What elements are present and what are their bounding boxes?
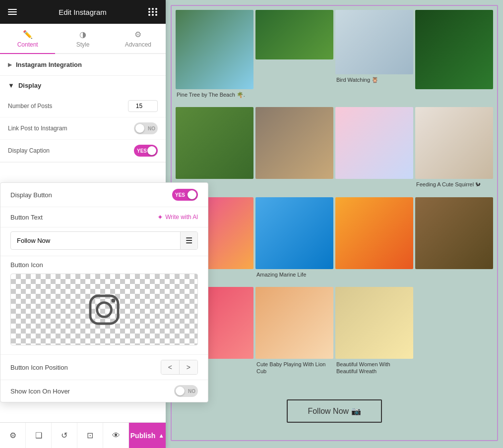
publish-label: Publish — [130, 432, 156, 440]
publish-chevron-icon: ▲ — [158, 432, 164, 439]
button-text-input-row: ☰ — [0, 227, 208, 256]
editor-title: Edit Instagram — [59, 8, 107, 16]
style-icon: ◑ — [79, 30, 86, 39]
feed-photo-dolphin — [255, 197, 333, 269]
display-caption-toggle-label: YES — [137, 148, 147, 154]
feed-grid-row3: Amazing Marine Life — [176, 197, 493, 282]
publish-button[interactable]: Publish ▲ — [129, 423, 166, 448]
hamburger-icon[interactable] — [8, 9, 17, 15]
feed-item-10[interactable]: Amazing Marine Life — [255, 197, 333, 282]
button-text-label: Button Text — [10, 214, 43, 221]
arrow-btn-group: < > — [161, 360, 198, 375]
feed-item-12[interactable] — [415, 197, 493, 282]
history-icon[interactable]: ↺ — [52, 423, 77, 448]
instagram-integration-section[interactable]: ▶ Instagram Integration — [0, 54, 166, 76]
feed-item-15[interactable]: Beautiful Women With Beautiful Wreath — [335, 287, 413, 379]
feed-photo-forest — [415, 10, 493, 89]
display-section-header[interactable]: ▼ Display — [0, 76, 166, 95]
grid-icon[interactable] — [148, 8, 158, 16]
feed-photo-blossom — [335, 107, 413, 179]
display-button-label: Display Button — [10, 191, 52, 199]
left-panel: Edit Instagram ✏️ Content ◑ Style ⚙ Adva… — [0, 0, 166, 448]
write-ai-label: Write with Al — [165, 214, 198, 221]
tab-style[interactable]: ◑ Style — [55, 24, 110, 53]
button-text-input-wrapper: ☰ — [10, 231, 198, 250]
right-panel: Pine Tree by The Beach 🌴. Bird Watching … — [166, 0, 503, 448]
content-icon: ✏️ — [23, 30, 33, 39]
feed-caption-12 — [415, 269, 493, 275]
display-button-toggle[interactable]: YES — [172, 189, 198, 201]
instagram-icon — [84, 290, 124, 330]
tab-content[interactable]: ✏️ Content — [0, 24, 55, 53]
feed-item-14[interactable]: Cute Baby Playing With Lion Cub — [255, 287, 333, 379]
sparkle-icon: ✦ — [157, 213, 163, 221]
button-text-input[interactable] — [11, 233, 180, 248]
display-caption-toggle[interactable]: YES — [134, 145, 158, 157]
icon-preview-box[interactable] — [10, 274, 198, 345]
show-icon-hover-knob — [176, 387, 185, 395]
feed-item-8[interactable]: Feeding A Cute Squirrel 🐿 — [415, 107, 493, 192]
feed-photo-sunset — [335, 197, 413, 269]
show-icon-hover-row: Show Icon On Hover NO — [0, 380, 208, 402]
feed-item-5[interactable] — [176, 107, 253, 192]
number-of-posts-input[interactable] — [128, 100, 158, 112]
feed-photo-turtle — [176, 107, 253, 179]
stack-icon-button[interactable]: ☰ — [180, 232, 197, 249]
show-icon-hover-switch[interactable]: NO — [174, 385, 198, 397]
show-icon-hover-toggle[interactable]: NO — [174, 385, 198, 397]
tab-bar: ✏️ Content ◑ Style ⚙ Advanced — [0, 24, 166, 54]
arrow-left-button[interactable]: < — [161, 360, 180, 374]
advanced-icon: ⚙ — [134, 30, 141, 39]
svg-point-2 — [111, 298, 115, 302]
display-button-knob — [188, 190, 196, 199]
bottom-bar: ⚙ ❑ ↺ ⊡ 👁 Publish ▲ — [0, 422, 166, 448]
instagram-integration-label: Instagram Integration — [16, 61, 82, 68]
feed-photo-owl — [335, 10, 413, 74]
settings-icon[interactable]: ⚙ — [0, 423, 26, 448]
feed-item-2[interactable] — [255, 10, 333, 102]
bottom-icons: ⚙ ❑ ↺ ⊡ 👁 — [0, 423, 129, 448]
link-post-toggle[interactable]: NO — [134, 122, 158, 134]
follow-now-container: Follow Now 📷 — [176, 384, 493, 436]
feed-item-6[interactable] — [255, 107, 333, 192]
write-with-ai-button[interactable]: ✦ Write with Al — [157, 213, 198, 221]
feed-item-11[interactable] — [335, 197, 413, 282]
feed-caption-8: Feeding A Cute Squirrel 🐿 — [415, 179, 493, 192]
number-of-posts-row: Number of Posts — [0, 95, 166, 117]
arrow-right-button[interactable]: > — [180, 360, 197, 374]
feed-grid-row1: Pine Tree by The Beach 🌴. Bird Watching … — [176, 10, 493, 102]
expand-arrow-icon: ▶ — [8, 62, 12, 67]
display-button-toggle-label: YES — [175, 192, 185, 198]
link-post-toggle-switch[interactable]: NO — [134, 122, 158, 134]
feed-item-4[interactable] — [415, 10, 493, 102]
feed-caption-3: Bird Watching 🦉 — [335, 74, 413, 87]
display-button-popup: Display Button YES Button Text ✦ Write w… — [0, 182, 208, 402]
follow-now-button[interactable]: Follow Now 📷 — [287, 399, 381, 423]
show-icon-hover-toggle-label: NO — [188, 389, 195, 394]
top-bar: Edit Instagram — [0, 0, 166, 24]
feed-item-1[interactable]: Pine Tree by The Beach 🌴. — [176, 10, 253, 102]
layers-icon[interactable]: ❑ — [26, 423, 52, 448]
eye-icon[interactable]: 👁 — [103, 423, 129, 448]
tab-advanced[interactable]: ⚙ Advanced — [111, 24, 166, 53]
feed-grid-row4: Flowers of Cute Baby Playing With Lion C… — [176, 287, 493, 379]
display-caption-knob — [147, 146, 156, 155]
feed-item-7[interactable] — [335, 107, 413, 192]
responsive-icon[interactable]: ⊡ — [77, 423, 103, 448]
feed-photo-palm — [176, 10, 253, 89]
display-caption-switch[interactable]: YES — [134, 145, 158, 157]
link-post-knob — [135, 124, 144, 133]
feed-photo-fern — [255, 10, 333, 59]
right-content: Pine Tree by The Beach 🌴. Bird Watching … — [171, 5, 498, 441]
feed-grid-row2: Feeding A Cute Squirrel 🐿 — [176, 107, 493, 192]
feed-caption-11 — [335, 269, 413, 275]
button-text-row: Button Text ✦ Write with Al — [0, 207, 208, 227]
feed-caption-2 — [255, 59, 333, 65]
display-button-switch[interactable]: YES — [172, 189, 198, 201]
feed-photo-rope — [415, 197, 493, 269]
feed-item-3[interactable]: Bird Watching 🦉 — [335, 10, 413, 102]
svg-point-1 — [97, 302, 112, 317]
feed-item-empty — [415, 287, 493, 379]
feed-caption-6 — [255, 179, 333, 185]
btn-icon-position-label: Button Icon Position — [10, 364, 68, 371]
